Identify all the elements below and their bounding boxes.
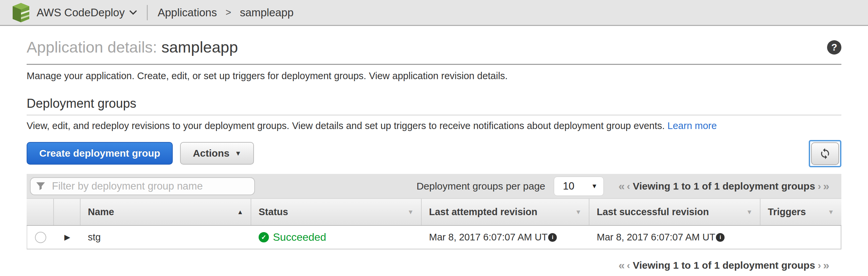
pagination-last-icon[interactable]: » bbox=[823, 179, 829, 193]
triggers-caret-icon: ▼ bbox=[828, 208, 834, 216]
succeeded-check-icon: ✓ bbox=[258, 232, 269, 242]
toolbar: Create deployment group Actions▼ bbox=[27, 142, 841, 169]
column-header-last-attempted[interactable]: Last attempted revision▼ bbox=[421, 199, 589, 225]
row-select-cell bbox=[27, 226, 54, 249]
last-attempted-caret-icon: ▼ bbox=[575, 208, 582, 216]
column-header-triggers-label: Triggers bbox=[768, 207, 806, 217]
refresh-button-focus-ring bbox=[809, 140, 841, 167]
row-expander-icon[interactable]: ▶ bbox=[64, 234, 70, 241]
column-header-last-successful[interactable]: Last successful revision▼ bbox=[589, 199, 760, 225]
pagination-first-icon[interactable]: « bbox=[618, 179, 625, 193]
section-description: View, edit, and redeploy revisions to yo… bbox=[27, 120, 841, 131]
per-page-value: 10 bbox=[554, 180, 574, 192]
codedeploy-logo-icon bbox=[11, 2, 31, 23]
pagination-top: « ‹ Viewing 1 to 1 of 1 deployment group… bbox=[618, 179, 829, 193]
breadcrumb-separator: > bbox=[226, 7, 231, 18]
pagination-last-icon[interactable]: » bbox=[823, 259, 829, 272]
cell-last-successful: Mar 8, 2017 6:07:07 AM UTi bbox=[589, 226, 761, 249]
column-header-status[interactable]: Status▼ bbox=[251, 199, 421, 225]
status-column-caret-icon: ▼ bbox=[407, 208, 414, 216]
last-attempted-timestamp: Mar 8, 2017 6:07:07 AM UT bbox=[429, 232, 548, 243]
deployment-groups-heading: Deployment groups bbox=[27, 96, 841, 111]
header-expander-column bbox=[53, 199, 80, 225]
status-badge: Succeeded bbox=[273, 231, 326, 243]
pagination-next-icon[interactable]: › bbox=[818, 180, 821, 192]
section-divider bbox=[27, 115, 841, 115]
actions-caret-icon: ▼ bbox=[235, 150, 241, 157]
breadcrumb-current: sampleapp bbox=[240, 6, 293, 19]
last-attempted-info-icon[interactable]: i bbox=[548, 233, 557, 242]
main-content: Application details: sampleapp ? Manage … bbox=[0, 38, 868, 272]
pagination-status: Viewing 1 to 1 of 1 deployment groups bbox=[633, 260, 815, 271]
actions-button-label: Actions bbox=[193, 148, 229, 159]
pagination-prev-icon[interactable]: ‹ bbox=[627, 180, 630, 192]
pagination-prev-icon[interactable]: ‹ bbox=[627, 260, 630, 271]
help-icon[interactable]: ? bbox=[827, 40, 841, 55]
column-header-name[interactable]: Name▲ bbox=[80, 199, 251, 225]
sort-ascending-icon: ▲ bbox=[237, 208, 243, 216]
filter-funnel-icon bbox=[36, 181, 45, 191]
column-header-status-label: Status bbox=[258, 207, 288, 217]
column-header-name-label: Name bbox=[88, 207, 114, 217]
service-name: AWS CodeDeploy bbox=[37, 6, 125, 19]
last-successful-caret-icon: ▼ bbox=[746, 208, 752, 216]
page-title: Application details: sampleapp bbox=[27, 38, 238, 57]
learn-more-link[interactable]: Learn more bbox=[667, 120, 717, 131]
title-row: Application details: sampleapp ? bbox=[27, 38, 841, 57]
column-header-triggers[interactable]: Triggers▼ bbox=[760, 199, 841, 225]
table-control-strip: Deployment groups per page 10 ▼ « ‹ View… bbox=[27, 174, 841, 198]
bottom-pagination-row: « ‹ Viewing 1 to 1 of 1 deployment group… bbox=[27, 259, 841, 272]
section-description-text: View, edit, and redeploy revisions to yo… bbox=[27, 120, 664, 131]
table-row[interactable]: ▶ stg ✓ Succeeded Mar 8, 2017 6:07:07 AM… bbox=[27, 226, 841, 249]
per-page-label: Deployment groups per page bbox=[416, 180, 545, 192]
per-page-select[interactable]: 10 ▼ bbox=[554, 177, 604, 196]
row-expander-cell: ▶ bbox=[54, 226, 81, 249]
filter-input[interactable] bbox=[30, 177, 255, 195]
cell-name: stg bbox=[81, 226, 251, 249]
topbar: AWS CodeDeploy Applications > sampleapp bbox=[0, 0, 868, 26]
deployment-groups-panel: Deployment groups per page 10 ▼ « ‹ View… bbox=[27, 174, 841, 249]
last-successful-info-icon[interactable]: i bbox=[716, 233, 724, 242]
page-title-app-name: sampleapp bbox=[161, 38, 238, 56]
breadcrumb-applications[interactable]: Applications bbox=[158, 6, 217, 19]
page-title-prefix: Application details: bbox=[27, 38, 161, 56]
cell-triggers bbox=[761, 226, 841, 249]
service-menu-chevron-icon[interactable] bbox=[129, 10, 137, 14]
refresh-button[interactable] bbox=[811, 142, 839, 165]
topbar-divider bbox=[147, 5, 148, 20]
cell-last-attempted: Mar 8, 2017 6:07:07 AM UTi bbox=[422, 226, 589, 249]
pagination-status: Viewing 1 to 1 of 1 deployment groups bbox=[633, 180, 815, 192]
table-header: Name▲ Status▼ Last attempted revision▼ L… bbox=[27, 198, 841, 226]
title-divider bbox=[27, 64, 841, 65]
refresh-icon bbox=[819, 148, 831, 160]
pagination-bottom: « ‹ Viewing 1 to 1 of 1 deployment group… bbox=[618, 259, 829, 272]
cell-status: ✓ Succeeded bbox=[251, 226, 422, 249]
last-successful-timestamp: Mar 8, 2017 6:07:07 AM UT bbox=[597, 232, 715, 243]
column-header-last-successful-label: Last successful revision bbox=[597, 207, 709, 217]
pagination-next-icon[interactable]: › bbox=[818, 260, 821, 271]
page-subtitle: Manage your application. Create, edit, o… bbox=[27, 70, 841, 81]
header-select-column bbox=[27, 199, 53, 225]
per-page-caret-icon: ▼ bbox=[591, 182, 597, 190]
filter-wrap bbox=[30, 177, 255, 195]
pagination-first-icon[interactable]: « bbox=[618, 259, 625, 272]
actions-button[interactable]: Actions▼ bbox=[180, 142, 254, 165]
create-deployment-group-button[interactable]: Create deployment group bbox=[27, 142, 173, 165]
row-radio-button[interactable] bbox=[35, 232, 46, 243]
column-header-last-attempted-label: Last attempted revision bbox=[429, 207, 537, 217]
